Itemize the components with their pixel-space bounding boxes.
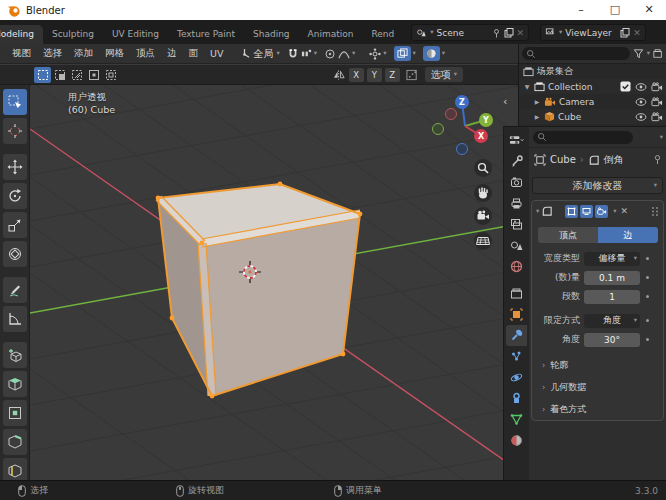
subpanel-profile[interactable]: ›轮廓 — [542, 359, 568, 372]
animate-dot[interactable] — [646, 276, 649, 279]
tab-constraints[interactable] — [506, 388, 527, 409]
rotate-tool[interactable] — [3, 183, 27, 209]
drag-handle-icon[interactable] — [651, 206, 659, 217]
render-display-toggle[interactable] — [595, 205, 608, 218]
menu-mesh[interactable]: 网格 — [99, 47, 130, 60]
segments-field[interactable]: 1 — [584, 290, 640, 304]
falloff-icon[interactable] — [406, 69, 419, 81]
select-mode-subtract[interactable] — [68, 67, 85, 83]
tab-render[interactable] — [506, 172, 527, 193]
animate-dot[interactable] — [646, 338, 649, 341]
menu-add[interactable]: 添加 — [68, 47, 99, 60]
viewport-shading-group[interactable]: ▾ — [423, 46, 445, 61]
pin-icon[interactable] — [653, 154, 662, 165]
checkbox-checked-icon[interactable] — [620, 81, 631, 92]
viewport-nav-buttons[interactable] — [474, 159, 492, 250]
affect-edges-button[interactable]: 边 — [598, 227, 658, 243]
mirror-z-button[interactable]: Z — [385, 68, 400, 82]
tab-shading[interactable]: Shading — [244, 25, 299, 44]
bevel-tool[interactable] — [3, 429, 27, 455]
menu-view[interactable]: 视图 — [6, 47, 37, 60]
tab-modifiers[interactable] — [506, 325, 527, 346]
scale-tool[interactable] — [3, 212, 27, 238]
modifier-close-icon[interactable]: ✕ — [621, 206, 629, 216]
tab-collection[interactable] — [506, 283, 527, 304]
tab-object-data[interactable] — [506, 409, 527, 430]
inset-faces-tool[interactable] — [3, 400, 27, 426]
render-visibility-icon[interactable] — [651, 82, 663, 92]
tab-object[interactable] — [506, 304, 527, 325]
menu-face[interactable]: 面 — [183, 47, 205, 60]
scene-selector[interactable]: ▾ Scene ✕ — [411, 24, 529, 41]
mirror-y-button[interactable]: Y — [367, 68, 382, 82]
menu-select[interactable]: 选择 — [37, 47, 68, 60]
animate-dot[interactable] — [646, 257, 649, 260]
mirror-x-button[interactable]: X — [349, 68, 364, 82]
annotate-tool[interactable] — [3, 277, 27, 303]
affect-vertices-button[interactable]: 顶点 — [538, 227, 598, 243]
outliner-row-collection[interactable]: ▼ Collection — [519, 79, 666, 94]
xray-toggle[interactable]: ▾ — [394, 46, 416, 61]
tab-rendering[interactable]: Rend — [362, 25, 403, 44]
extrude-region-tool[interactable] — [3, 371, 27, 397]
menu-vertex[interactable]: 顶点 — [130, 47, 161, 60]
minimize-button[interactable]: – — [564, 0, 598, 20]
cube-object[interactable] — [156, 182, 363, 399]
outliner-row-camera[interactable]: ▶ Camera — [519, 94, 666, 109]
proportional-edit-group[interactable]: ▾ — [324, 48, 355, 60]
move-tool[interactable] — [3, 154, 27, 180]
new-collection-icon[interactable] — [653, 48, 663, 59]
maximize-button[interactable]: □ — [598, 0, 632, 20]
copy-icon[interactable] — [620, 28, 630, 38]
realtime-display-toggle[interactable] — [580, 205, 593, 218]
animate-dot[interactable] — [646, 319, 649, 322]
subpanel-shading[interactable]: ›着色方式 — [542, 403, 586, 416]
tab-material[interactable] — [506, 430, 527, 451]
subpanel-geometry[interactable]: ›几何数据 — [542, 381, 586, 394]
select-box-tool[interactable] — [3, 89, 27, 115]
viewport-3d[interactable]: Z Y X ‹ 用户透视 (60) Cube — [30, 85, 518, 480]
filter-icon[interactable] — [633, 48, 644, 59]
eye-icon[interactable] — [635, 112, 647, 122]
pin-icon[interactable] — [492, 28, 501, 38]
limit-method-dropdown[interactable]: 角度▾ — [584, 314, 640, 328]
breadcrumb-modifier[interactable]: 倒角 — [604, 153, 624, 167]
tab-scene[interactable] — [506, 235, 527, 256]
tab-sculpting[interactable]: Sculpting — [43, 25, 103, 44]
outliner-search-input[interactable] — [522, 47, 630, 60]
select-mode-intersect[interactable] — [102, 67, 119, 83]
viewport-canvas[interactable]: Z Y X ‹ — [30, 85, 518, 480]
eye-icon[interactable] — [635, 82, 647, 92]
measure-tool[interactable] — [3, 306, 27, 332]
options-dropdown[interactable]: 选项 ▾ — [425, 67, 463, 82]
select-mode-extend[interactable] — [51, 67, 68, 83]
editor-type-dropdown[interactable] — [506, 130, 527, 151]
tab-output[interactable] — [506, 193, 527, 214]
tab-uv-editing[interactable]: UV Editing — [103, 25, 168, 44]
width-type-dropdown[interactable]: 偏移量▾ — [584, 252, 640, 266]
editmode-display-toggle[interactable] — [565, 205, 578, 218]
tab-texture-paint[interactable]: Texture Paint — [168, 25, 244, 44]
tab-view-layer[interactable] — [506, 214, 527, 235]
tab-tool[interactable] — [506, 151, 527, 172]
transform-orientation-dropdown[interactable]: 全局 ▾ — [239, 47, 279, 61]
tab-physics[interactable] — [506, 367, 527, 388]
tab-particles[interactable] — [506, 346, 527, 367]
cursor-tool[interactable] — [3, 118, 27, 144]
select-mode-set[interactable] — [34, 67, 51, 83]
eye-icon[interactable] — [635, 97, 647, 107]
transform-tool[interactable] — [3, 241, 27, 267]
tab-world[interactable] — [506, 256, 527, 277]
close-button[interactable]: ✕ — [632, 0, 666, 20]
chevron-down-icon[interactable]: ▾ — [660, 134, 663, 141]
add-modifier-dropdown[interactable]: 添加修改器 ▾ — [532, 177, 663, 194]
breadcrumb-object[interactable]: Cube — [550, 154, 576, 165]
expand-chevron-icon[interactable]: ▾ — [536, 208, 539, 215]
tab-modeling[interactable]: Modeling — [0, 25, 43, 44]
add-cube-tool[interactable] — [3, 342, 27, 368]
tab-animation[interactable]: Animation — [299, 25, 363, 44]
animate-dot[interactable] — [646, 295, 649, 298]
select-mode-invert[interactable] — [85, 67, 102, 83]
loop-cut-tool[interactable] — [3, 458, 27, 480]
render-visibility-icon[interactable] — [651, 112, 663, 122]
